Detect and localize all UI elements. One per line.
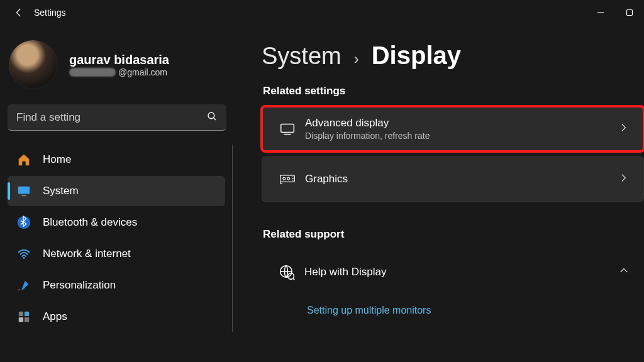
profile-email-domain: @gmail.com (118, 67, 167, 77)
sidebar-item-personalization[interactable]: Personalization (8, 270, 225, 300)
svg-point-1 (208, 112, 214, 119)
chevron-right-icon (618, 123, 628, 135)
sidebar-item-label: Apps (43, 310, 67, 323)
help-with-display-card[interactable]: Help with Display (262, 250, 644, 295)
graphics-card[interactable]: Graphics (262, 156, 644, 202)
profile-block[interactable]: gaurav bidasaria @gmail.com (5, 36, 233, 104)
svg-rect-6 (19, 312, 23, 316)
svg-point-13 (287, 177, 290, 180)
display-icon (274, 121, 301, 137)
section-related-support: Related support (263, 228, 644, 241)
profile-email: @gmail.com (69, 67, 169, 77)
sidebar-item-label: System (43, 185, 79, 197)
advanced-display-card[interactable]: Advanced display Display information, re… (262, 106, 644, 151)
wifi-icon (16, 246, 31, 261)
card-title: Help with Display (304, 266, 619, 278)
search-input[interactable] (8, 104, 226, 131)
svg-rect-10 (281, 124, 294, 132)
card-title: Advanced display (305, 117, 618, 129)
apps-icon (16, 309, 31, 324)
sidebar-item-home[interactable]: Home (8, 145, 225, 175)
svg-rect-9 (25, 317, 29, 322)
chevron-right-icon: › (354, 50, 359, 68)
svg-point-12 (283, 177, 286, 180)
profile-name: gaurav bidasaria (69, 53, 169, 67)
bluetooth-icon (16, 215, 31, 230)
svg-point-4 (18, 216, 30, 229)
avatar (9, 40, 58, 89)
chevron-up-icon (619, 266, 629, 278)
scrollbar[interactable] (232, 145, 233, 332)
card-title: Graphics (305, 173, 618, 185)
link-multiple-monitors[interactable]: Setting up multiple monitors (307, 305, 431, 315)
sidebar-item-label: Network & internet (43, 248, 131, 260)
sidebar-item-label: Personalization (43, 279, 116, 292)
graphics-icon (274, 172, 301, 186)
breadcrumb-current: Display (372, 41, 461, 70)
back-button[interactable] (5, 7, 33, 18)
section-related-settings: Related settings (263, 85, 644, 97)
chevron-right-icon (618, 173, 628, 185)
svg-rect-8 (19, 317, 23, 322)
help-globe-icon (273, 264, 301, 280)
svg-rect-7 (25, 312, 29, 316)
system-icon (16, 184, 31, 199)
sidebar-item-system[interactable]: System (8, 176, 225, 206)
minimize-button[interactable] (586, 0, 615, 25)
card-subtitle: Display information, refresh rate (305, 131, 618, 141)
window-title: Settings (34, 8, 66, 18)
sidebar-item-label: Bluetooth & devices (43, 216, 137, 229)
svg-rect-3 (21, 195, 26, 196)
maximize-button[interactable] (615, 0, 644, 25)
search-icon (206, 111, 218, 124)
sidebar-item-apps[interactable]: Apps (8, 302, 225, 332)
redacted-text (69, 68, 116, 77)
breadcrumb-parent[interactable]: System (262, 43, 341, 70)
brush-icon (16, 278, 31, 293)
sidebar-item-bluetooth[interactable]: Bluetooth & devices (8, 207, 225, 238)
sidebar-item-label: Home (43, 153, 71, 166)
sidebar-item-network[interactable]: Network & internet (8, 239, 225, 269)
svg-rect-0 (627, 10, 633, 16)
svg-rect-2 (18, 187, 30, 194)
breadcrumb: System › Display (262, 41, 644, 70)
home-icon (16, 152, 31, 167)
svg-point-5 (23, 257, 25, 259)
